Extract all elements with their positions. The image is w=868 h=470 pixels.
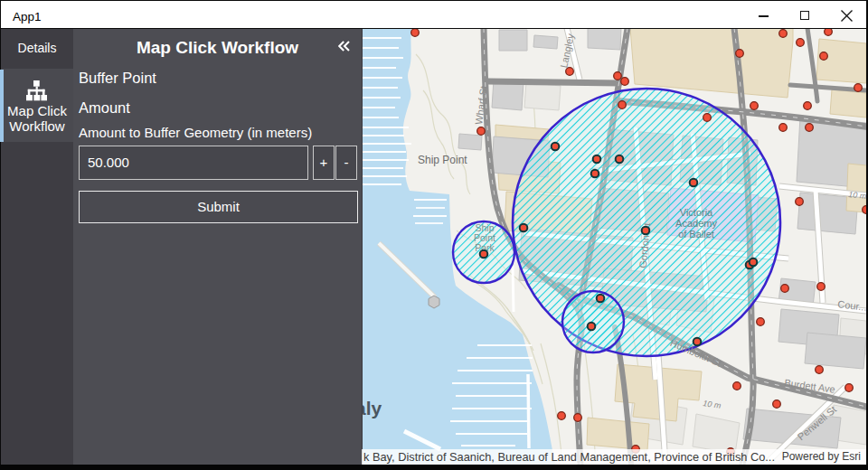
svg-text:aly: aly [362, 398, 382, 418]
svg-text:of Ballet: of Ballet [678, 229, 714, 240]
svg-text:Victoria: Victoria [680, 207, 713, 218]
svg-text:Ship Point: Ship Point [418, 154, 467, 166]
svg-text:Academy: Academy [675, 218, 717, 229]
